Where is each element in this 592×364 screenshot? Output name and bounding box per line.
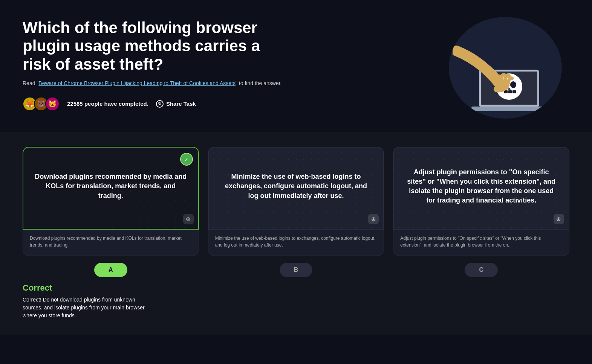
letter-btn-b-container: B	[208, 263, 384, 277]
answer-card-inner-c: Adjust plugin permissions to "On specifi…	[393, 147, 569, 230]
answer-card-b[interactable]: Minimize the use of web-based logins to …	[208, 147, 384, 256]
check-icon: ✓	[184, 156, 189, 163]
svg-point-5	[510, 81, 516, 88]
avatar-group: 🦊 🐻 🐱	[23, 97, 60, 111]
zoom-icon-a: ⊕	[186, 216, 191, 222]
check-badge: ✓	[180, 153, 193, 166]
question-title: Which of the following browser plugin us…	[23, 19, 286, 73]
subtitle-suffix: " to find the answer.	[236, 80, 282, 86]
svg-rect-8	[512, 90, 516, 93]
zoom-button-b[interactable]: ⊕	[368, 214, 379, 224]
letter-button-b[interactable]: B	[280, 263, 313, 277]
question-subtitle: Read "Beware of Chrome Browser Plugin Hi…	[23, 80, 286, 86]
answer-letter-row: A B C	[0, 256, 592, 277]
share-task-label: Share Task	[166, 101, 196, 107]
illustration-svg	[453, 21, 558, 115]
completion-count: 22585 people have completed.	[67, 101, 148, 107]
result-section: Correct Correct! Do not download plugins…	[0, 277, 592, 335]
result-description: Correct! Do not download plugins from un…	[23, 296, 151, 320]
question-area: Which of the following browser plugin us…	[23, 15, 286, 111]
answer-card-inner-b: Minimize the use of web-based logins to …	[208, 147, 384, 230]
answer-caption-c: Adjust plugin permissions to "On specifi…	[393, 230, 569, 256]
top-section: Which of the following browser plugin us…	[0, 0, 592, 132]
answer-text-a: Download plugins recommended by media an…	[35, 172, 187, 201]
answer-text-b: Minimize the use of web-based logins to …	[220, 172, 372, 201]
illustration-circle	[449, 17, 562, 119]
letter-button-c[interactable]: C	[465, 263, 498, 277]
answer-card-inner-a: ✓ Download plugins recommended by media …	[23, 147, 199, 230]
share-task-button[interactable]: ↻ Share Task	[156, 100, 196, 108]
meta-row: 🦊 🐻 🐱 22585 people have completed. ↻ Sha…	[23, 97, 286, 111]
letter-button-a[interactable]: A	[94, 263, 127, 277]
answer-caption-a: Download plugins recommended by media an…	[23, 230, 199, 256]
answer-text-c: Adjust plugin permissions to "On specifi…	[405, 168, 557, 206]
answers-section: ✓ Download plugins recommended by media …	[0, 132, 592, 256]
zoom-icon-b: ⊕	[371, 216, 376, 222]
letter-btn-a-container: A	[23, 263, 199, 277]
avatar: 🐱	[45, 97, 60, 111]
answer-card-a[interactable]: ✓ Download plugins recommended by media …	[23, 147, 199, 256]
zoom-button-c[interactable]: ⊕	[554, 214, 564, 224]
svg-rect-7	[508, 90, 512, 93]
answer-caption-b: Minimize the use of web-based logins to …	[208, 230, 384, 256]
letter-btn-c-container: C	[393, 263, 569, 277]
answer-card-c[interactable]: Adjust plugin permissions to "On specifi…	[393, 147, 569, 256]
zoom-button-a[interactable]: ⊕	[183, 214, 194, 224]
share-icon: ↻	[156, 100, 164, 108]
result-label: Correct	[23, 283, 569, 293]
svg-rect-2	[471, 107, 547, 111]
subtitle-prefix: Read "	[23, 80, 38, 86]
answer-cards: ✓ Download plugins recommended by media …	[23, 139, 569, 256]
subtitle-link[interactable]: Beware of Chrome Browser Plugin Hijackin…	[38, 80, 236, 86]
zoom-icon-c: ⊕	[556, 216, 561, 222]
illustration-area	[441, 15, 569, 120]
